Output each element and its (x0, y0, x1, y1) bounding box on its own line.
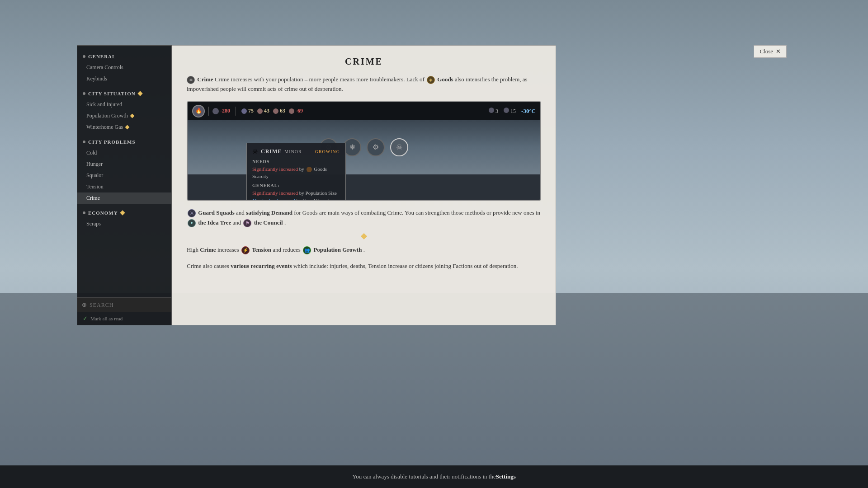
sidebar-header-general: GENERAL (77, 51, 171, 62)
popup-crime-name: CRIME (261, 148, 282, 155)
temperature-display: -30°C (521, 108, 536, 115)
hud-stat2: 43 (257, 108, 269, 114)
sidebar: GENERAL Camera Controls Keybinds CITY SI… (77, 45, 172, 325)
economy-dot-icon (83, 211, 85, 214)
content-divider (187, 234, 541, 239)
popup-general-item-1: Significantly increased by Population Si… (252, 189, 340, 197)
sidebar-item-winterhome-gas[interactable]: Winterhome Gas (77, 122, 171, 133)
sidebar-item-tension[interactable]: Tension (77, 181, 171, 192)
body-paragraph-3: Crime also causes various recurring even… (187, 261, 541, 271)
footer-text: You can always disable tutorials and the… (352, 473, 495, 480)
hud-s4-icon (289, 108, 294, 114)
recurring-events-word: various recurring events (231, 263, 292, 269)
satisfying-demand-word: satisfying Demand (246, 209, 292, 216)
hud-stat4: -69 (289, 108, 303, 114)
hud-n2-icon (504, 108, 509, 113)
game-scene: ⚙ ❄ ⚙ ☠ ☠ CRIME MINOR GROWING NEEDS (188, 120, 540, 174)
idea-tree-word: the Idea Tree (198, 219, 231, 226)
hud-btn-3[interactable]: ⚙ (367, 138, 385, 156)
hud-s4-val: -69 (296, 108, 303, 114)
crime-label: Crime (86, 195, 100, 202)
sidebar-header-economy: ECONOMY (77, 207, 171, 218)
winterhome-gas-diamond-icon (125, 125, 130, 130)
idea-tree-icon-body: ✦ (188, 219, 196, 227)
sidebar-section-city-situation: CITY SITUATION Sick and Injured Populati… (77, 88, 171, 133)
sidebar-section-city-problems-label: CITY PROBLEMS (88, 139, 136, 145)
hud-btn-2[interactable]: ❄ (343, 138, 361, 156)
sidebar-item-hunger[interactable]: Hunger (77, 159, 171, 170)
body-paragraph-2: High Crime increases ⚡ Tension and reduc… (187, 245, 541, 255)
hud-num1: 3 (489, 108, 498, 115)
hud-s1-val: 75 (248, 108, 254, 114)
sidebar-item-cold[interactable]: Cold (77, 147, 171, 159)
camera-controls-label: Camera Controls (86, 64, 123, 71)
bottom-bar: You can always disable tutorials and the… (0, 465, 868, 488)
council-word: the Council (254, 219, 283, 226)
sidebar-item-population-growth[interactable]: Population Growth (77, 110, 171, 122)
checkmark-icon: ✓ (83, 315, 88, 322)
sick-and-injured-label: Sick and Injured (86, 101, 122, 108)
hud-population-value: -280 (220, 108, 230, 114)
guard-icon-body: ⚔ (188, 209, 196, 217)
hud-flame-icon: 🔥 (192, 105, 205, 117)
sidebar-search-bar[interactable]: ⊕ (77, 298, 171, 312)
hud-right-numbers: 3 15 -30°C (489, 108, 536, 115)
popup-title-row: ☠ CRIME MINOR (252, 148, 302, 155)
close-button[interactable]: Close ✕ (754, 45, 787, 58)
popup-general-item-2: Marginally decreased by Guard Squads (252, 197, 340, 201)
popgrowth-icon-body2: 👥 (303, 246, 311, 254)
sidebar-section-city-situation-label: CITY SITUATION (88, 91, 136, 96)
tension-word-body2: Tension (252, 246, 271, 253)
popup-crime-icon: ☠ (252, 148, 258, 155)
sidebar-item-scraps[interactable]: Scraps (77, 218, 171, 230)
page-title: CRIME (187, 56, 541, 67)
city-situation-diamond-icon (137, 91, 142, 96)
sidebar-section-economy: ECONOMY Scraps (77, 207, 171, 230)
sidebar-header-city-situation: CITY SITUATION (77, 88, 171, 99)
search-icon: ⊕ (82, 301, 87, 309)
hud-s1-icon (241, 108, 247, 114)
hud-n1-icon (489, 108, 494, 113)
population-growth-label: Population Growth (86, 113, 128, 119)
search-input[interactable] (90, 302, 167, 309)
guard-squads-word: Guard Squads (198, 209, 235, 216)
economy-diamond-icon (120, 210, 125, 215)
crime-word-intro: Crime (197, 76, 213, 83)
cold-label: Cold (86, 150, 97, 156)
sidebar-item-keybinds[interactable]: Keybinds (77, 73, 171, 84)
settings-word: Settings (496, 473, 516, 480)
crime-word-body2: Crime (200, 246, 216, 253)
sidebar-section-economy-label: ECONOMY (88, 210, 118, 216)
tension-label: Tension (86, 183, 104, 190)
popup-crime-sub: MINOR (284, 149, 302, 154)
close-label: Close (760, 48, 773, 55)
general-dot-icon (83, 55, 85, 58)
sidebar-item-crime[interactable]: Crime (77, 192, 171, 204)
sidebar-item-sick-and-injured[interactable]: Sick and Injured (77, 99, 171, 110)
popup-header: ☠ CRIME MINOR GROWING (252, 148, 340, 155)
popgrowth-word-body2: Population Growth (313, 246, 362, 253)
hud-btn-crime[interactable]: ☠ (390, 138, 408, 156)
sidebar-item-squalor[interactable]: Squalor (77, 170, 171, 181)
hud-bar: 🔥 -280 75 43 63 (188, 102, 540, 120)
popup-sig-inc-1: Significantly increased (252, 166, 298, 172)
hud-stat3: 63 (273, 108, 285, 114)
popup-general-label: GENERAL: (252, 183, 340, 188)
hud-s3-val: 63 (280, 108, 285, 114)
council-icon-body: ⚑ (243, 219, 251, 227)
mark-all-read-button[interactable]: ✓ Mark all as read (77, 312, 171, 325)
popup-goods-icon (307, 167, 312, 172)
close-icon: ✕ (776, 48, 781, 55)
sidebar-section-general-label: GENERAL (88, 54, 116, 59)
popup-crime-status: GROWING (315, 149, 340, 154)
population-growth-diamond-icon (130, 114, 134, 118)
hud-s2-icon (257, 108, 263, 114)
hud-population-stat: -280 (212, 108, 230, 114)
intro-paragraph: ☠ Crime Crime increases with your popula… (187, 75, 541, 94)
sidebar-scroll: GENERAL Camera Controls Keybinds CITY SI… (77, 46, 171, 297)
hunger-label: Hunger (86, 161, 103, 168)
sidebar-item-camera-controls[interactable]: Camera Controls (77, 62, 171, 73)
hud-s3-icon (273, 108, 278, 114)
squalor-label: Squalor (86, 172, 103, 179)
tension-icon-body2: ⚡ (241, 246, 250, 254)
